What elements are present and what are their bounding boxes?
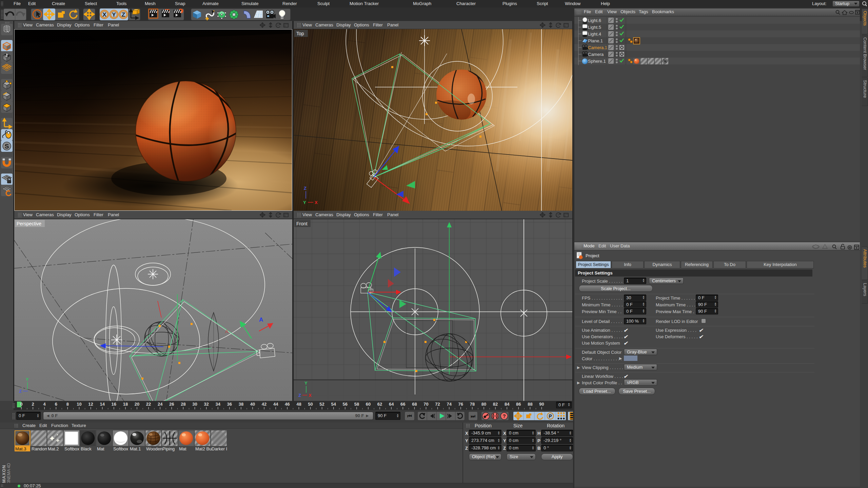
svg-text:38: 38: [239, 402, 243, 407]
svg-text:12: 12: [88, 402, 93, 407]
svg-text:P: P: [549, 413, 552, 419]
svg-text:Y: Y: [304, 381, 308, 386]
svg-text:Z: Z: [19, 389, 22, 394]
svg-text:72: 72: [435, 402, 440, 407]
svg-text:4: 4: [43, 402, 46, 407]
svg-text:60: 60: [366, 402, 371, 407]
svg-text:90: 90: [539, 402, 544, 407]
svg-text:32: 32: [204, 402, 209, 407]
svg-text:74: 74: [447, 402, 452, 407]
svg-text:56: 56: [343, 402, 348, 407]
svg-text:68: 68: [412, 402, 417, 407]
svg-text:44: 44: [273, 402, 278, 407]
svg-text:54: 54: [331, 402, 336, 407]
svg-text:78: 78: [470, 402, 475, 407]
svg-text:66: 66: [400, 402, 405, 407]
svg-text:84: 84: [505, 402, 510, 407]
svg-text:A: A: [259, 317, 263, 323]
svg-text:Y: Y: [112, 12, 116, 18]
svg-text:6: 6: [55, 402, 57, 407]
svg-text:Z: Z: [304, 186, 307, 191]
svg-text:A: A: [225, 328, 229, 334]
svg-text:36: 36: [227, 402, 232, 407]
svg-text:26: 26: [169, 402, 174, 407]
svg-text:40: 40: [250, 402, 255, 407]
svg-text:42: 42: [262, 402, 267, 407]
svg-text:16: 16: [112, 402, 116, 407]
svg-text:X: X: [315, 200, 318, 205]
svg-text:10: 10: [77, 402, 81, 407]
svg-text:34: 34: [215, 402, 220, 407]
svg-text:30: 30: [192, 402, 197, 407]
svg-text:Z: Z: [122, 12, 125, 18]
svg-text:8: 8: [66, 402, 69, 407]
svg-text:24: 24: [158, 402, 163, 407]
svg-text:62: 62: [377, 402, 382, 407]
svg-text:2: 2: [32, 402, 34, 407]
svg-text:Front: Front: [296, 221, 308, 226]
svg-text:Top: Top: [296, 31, 304, 36]
svg-text:82: 82: [493, 402, 498, 407]
svg-text:76: 76: [458, 402, 463, 407]
svg-text:58: 58: [354, 402, 359, 407]
svg-text:46: 46: [285, 402, 290, 407]
svg-text:?: ?: [502, 413, 506, 419]
svg-text:14: 14: [100, 402, 105, 407]
svg-text:20: 20: [135, 402, 139, 407]
svg-text:88: 88: [528, 402, 532, 407]
svg-text:86: 86: [516, 402, 521, 407]
svg-text:0: 0: [20, 402, 22, 407]
svg-text:70: 70: [423, 402, 428, 407]
svg-text:S: S: [5, 143, 9, 150]
svg-text:18: 18: [123, 402, 128, 407]
svg-text:Y: Y: [303, 200, 306, 205]
svg-text:64: 64: [389, 402, 394, 407]
svg-text:X: X: [102, 12, 106, 18]
svg-text:50: 50: [308, 402, 313, 407]
svg-text:Y: Y: [26, 377, 29, 382]
svg-text:80: 80: [481, 402, 486, 407]
svg-text:48: 48: [296, 402, 301, 407]
svg-text:52: 52: [319, 402, 324, 407]
svg-text:Z: Z: [298, 393, 301, 398]
svg-text:X: X: [309, 393, 312, 398]
svg-text:28: 28: [181, 402, 185, 407]
svg-text:22: 22: [146, 402, 151, 407]
svg-text:Perspective: Perspective: [17, 221, 41, 226]
